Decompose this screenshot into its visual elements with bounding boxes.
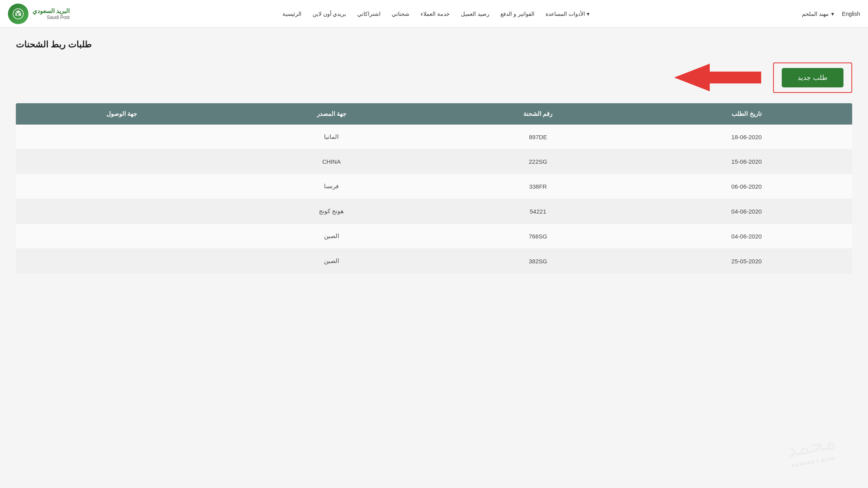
nav-item-home[interactable]: الرئيسية [282,10,301,17]
cell-destination [16,224,228,249]
nav-item-shipments[interactable]: شحناتي [392,10,409,17]
navbar: English ▾ مهند الملحم ▾ الأدوات المساعدة… [0,0,868,28]
nav-item-invoices[interactable]: الفواتير و الدفع [500,10,534,17]
cell-request-date: 06-06-2020 [641,174,852,199]
cell-shipment-number: 222SG [435,149,641,174]
page-header: طلبات ربط الشحنات [16,40,852,50]
nav-item-online[interactable]: بريدي أون لاين [313,10,347,17]
table-header: تاريخ الطلب رقم الشحنة جهة المصدر جهة ال… [16,103,852,125]
cell-source: الصين [228,224,435,249]
watermark-arabic: محمد [784,429,838,462]
dropdown-arrow-icon: ▾ [831,11,834,17]
cell-request-date: 04-06-2020 [641,199,852,224]
cell-shipment-number: 766SG [435,224,641,249]
brand-logo: البريد السعودي Saudi Post [8,4,70,24]
table-row: 06-06-2020 338FR فرنسا [16,174,852,199]
svg-marker-3 [674,64,761,91]
cell-request-date: 18-06-2020 [641,125,852,149]
cell-source: فرنسا [228,174,435,199]
cell-destination [16,125,228,149]
nav-link-online[interactable]: بريدي أون لاين [313,11,347,17]
new-request-button[interactable]: طلب جديد [782,68,843,87]
navbar-left: English ▾ مهند الملحم [802,11,860,17]
language-link[interactable]: English [842,11,860,17]
col-shipment-number: رقم الشحنة [435,103,641,125]
nav-link-tools[interactable]: ▾ الأدوات المساعدة [546,11,589,17]
cell-destination [16,199,228,224]
cell-source: CHINA [228,149,435,174]
user-name: مهند الملحم [802,11,829,17]
table-header-row: تاريخ الطلب رقم الشحنة جهة المصدر جهة ال… [16,103,852,125]
brand-logo-icon [12,8,24,20]
red-arrow-icon [674,62,761,93]
dropdown-arrow-icon: ▾ [585,11,589,17]
main-content: طلبات ربط الشحنات طلب جديد تاريخ الطلب ر… [0,28,868,286]
cell-destination [16,174,228,199]
cell-shipment-number: 54221 [435,199,641,224]
page-title: طلبات ربط الشحنات [16,40,92,50]
nav-item-tools[interactable]: ▾ الأدوات المساعدة [546,10,589,17]
arrow-container [674,62,761,93]
cell-shipment-number: 382SG [435,249,641,274]
nav-link-balance[interactable]: خدمة العملاء [421,11,450,17]
cell-destination [16,249,228,274]
brand-arabic-name: البريد السعودي [32,8,70,15]
cell-shipment-number: 897DE [435,125,641,149]
table-body: 18-06-2020 897DE المانيا 15-06-2020 222S… [16,125,852,274]
table-row: 15-06-2020 222SG CHINA [16,149,852,174]
cell-source: الصين [228,249,435,274]
nav-link-shipments[interactable]: شحناتي [392,11,409,17]
table-row: 25-05-2020 382SG الصين [16,249,852,274]
nav-links: ▾ الأدوات المساعدة الفواتير و الدفع رصيد… [282,10,589,17]
table-row: 18-06-2020 897DE المانيا [16,125,852,149]
watermark-blog: HANNAD'S BLOG [789,455,839,469]
cell-source: هونج كونج [228,199,435,224]
cell-request-date: 04-06-2020 [641,224,852,249]
table-row: 04-06-2020 766SG الصين [16,224,852,249]
nav-item-subscriptions[interactable]: اشتراكاتي [357,10,381,17]
cell-destination [16,149,228,174]
nav-item-customer-service[interactable]: رصيد العميل [461,10,489,17]
cell-source: المانيا [228,125,435,149]
nav-link-home[interactable]: الرئيسية [282,11,301,17]
new-request-area: طلب جديد [16,62,852,93]
nav-link-invoices[interactable]: الفواتير و الدفع [500,11,534,17]
col-request-date: تاريخ الطلب [641,103,852,125]
brand-logo-circle [8,4,28,24]
col-destination: جهة الوصول [16,103,228,125]
cell-request-date: 25-05-2020 [641,249,852,274]
user-menu[interactable]: ▾ مهند الملحم [802,11,834,17]
watermark: محمد HANNAD'S BLOG [784,429,839,469]
nav-link-subscriptions[interactable]: اشتراكاتي [357,11,381,17]
cell-shipment-number: 338FR [435,174,641,199]
brand-text: البريد السعودي Saudi Post [32,8,70,20]
col-source: جهة المصدر [228,103,435,125]
brand-english-name: Saudi Post [32,15,70,20]
nav-link-customer-service[interactable]: رصيد العميل [461,11,489,17]
table-row: 04-06-2020 54221 هونج كونج [16,199,852,224]
nav-item-balance[interactable]: خدمة العملاء [421,10,450,17]
cell-request-date: 15-06-2020 [641,149,852,174]
data-table: تاريخ الطلب رقم الشحنة جهة المصدر جهة ال… [16,103,852,274]
new-request-box: طلب جديد [773,62,852,93]
